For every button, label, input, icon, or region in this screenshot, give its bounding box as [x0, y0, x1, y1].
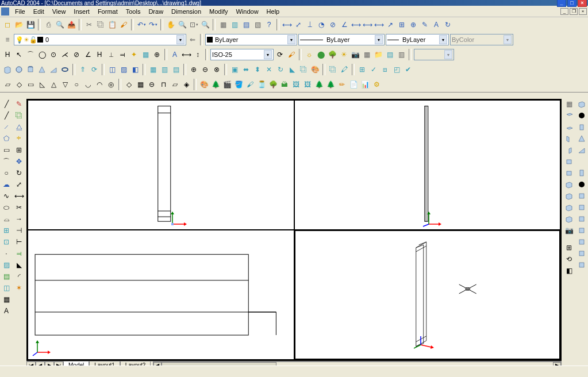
- copy-obj-icon[interactable]: ⿻: [14, 110, 24, 121]
- separate-icon[interactable]: ⧈: [380, 64, 390, 75]
- sphere-icon[interactable]: [14, 64, 24, 75]
- edgesurf-icon[interactable]: ◈: [181, 79, 191, 90]
- brush-icon[interactable]: 🖌: [245, 79, 255, 90]
- torus-solid-icon[interactable]: [577, 156, 587, 167]
- sheetset-icon[interactable]: ▧: [252, 20, 263, 30]
- bush-icon[interactable]: 🌳: [268, 79, 278, 90]
- clapboard-icon[interactable]: 🎬: [222, 79, 232, 90]
- ucs-prev-icon[interactable]: ⟲: [564, 254, 574, 264]
- extrude-solid-icon[interactable]: [577, 168, 587, 178]
- dome-icon[interactable]: ◡: [83, 79, 93, 90]
- box-icon[interactable]: [2, 64, 13, 75]
- viewport-bottom-right[interactable]: [294, 230, 561, 360]
- hatch-icon[interactable]: ▨: [1, 260, 11, 270]
- dim-jl-icon[interactable]: ⟷: [181, 49, 191, 60]
- cone-surf-icon[interactable]: ▽: [60, 79, 70, 90]
- move-icon[interactable]: ✥: [14, 156, 24, 167]
- polygon-icon[interactable]: ⬠: [1, 133, 11, 144]
- tree-icon[interactable]: 🌲: [210, 79, 221, 90]
- mapping-icon[interactable]: ▦: [362, 49, 372, 60]
- revolve-solid-icon[interactable]: [577, 179, 587, 190]
- dim-ordinate-icon[interactable]: ⟘: [305, 20, 315, 30]
- menu-format[interactable]: Format: [94, 7, 121, 16]
- union-icon[interactable]: ⊕: [189, 64, 199, 75]
- interfere-solid-icon[interactable]: [577, 214, 587, 224]
- stretch-icon[interactable]: ⟷: [14, 191, 24, 201]
- window-maximize-button[interactable]: □: [567, 0, 577, 7]
- dim-h-icon[interactable]: H: [2, 49, 13, 60]
- land-icon[interactable]: ▥: [396, 49, 406, 60]
- zoom-win-icon[interactable]: ⊡▾: [189, 20, 199, 30]
- dropdown-arrow-icon[interactable]: ▼: [439, 35, 447, 44]
- menu-view[interactable]: View: [49, 7, 70, 16]
- toolpalette-icon[interactable]: ▤: [241, 20, 251, 30]
- bg-pic-icon[interactable]: 🖼: [291, 79, 301, 90]
- render-icon[interactable]: ⬤: [316, 49, 326, 60]
- tabsurf-icon[interactable]: ⊓: [158, 79, 168, 90]
- preview-icon[interactable]: 🔍: [55, 20, 65, 30]
- pref-icon[interactable]: ⚙: [371, 79, 382, 90]
- menu-insert[interactable]: Insert: [70, 7, 93, 16]
- cone-solid-icon[interactable]: [577, 133, 587, 144]
- dim-tedit-icon[interactable]: A: [431, 20, 441, 30]
- 2dsolid-icon[interactable]: ▱: [2, 79, 13, 90]
- section-solid-icon[interactable]: [577, 202, 587, 213]
- mountain-icon[interactable]: 🏔: [279, 79, 290, 90]
- bucket-icon[interactable]: 🪣: [233, 79, 244, 90]
- cut-icon[interactable]: ✂: [84, 20, 94, 30]
- ucs-world-icon[interactable]: ⊞: [564, 243, 574, 253]
- break-icon[interactable]: ⊢: [14, 237, 24, 247]
- line-icon[interactable]: ╱: [1, 99, 11, 109]
- copy-edge-icon[interactable]: ⿻: [328, 64, 338, 75]
- copy-face-icon[interactable]: ⿻: [298, 64, 309, 75]
- setup-d-icon[interactable]: [577, 237, 587, 247]
- setup-view-icon[interactable]: ▥: [159, 64, 170, 75]
- scale-icon[interactable]: ⤢: [14, 179, 24, 190]
- menu-window[interactable]: Window: [232, 7, 262, 16]
- properties-icon[interactable]: ▦: [218, 20, 228, 30]
- right-view-icon[interactable]: [564, 145, 574, 155]
- ucs-face-icon[interactable]: ◧: [564, 266, 574, 276]
- rectangle-icon[interactable]: ▭: [1, 145, 11, 155]
- region-icon[interactable]: ◫: [1, 283, 11, 293]
- torus-icon[interactable]: [60, 64, 70, 75]
- dim-br-icon[interactable]: ▦: [140, 49, 151, 60]
- viewport-bottom-left[interactable]: [28, 230, 294, 360]
- cylinder-icon[interactable]: [25, 64, 36, 75]
- dim-rad-icon[interactable]: ⊙: [48, 49, 59, 60]
- doc-icon[interactable]: 📄: [348, 79, 359, 90]
- back-view-icon[interactable]: [564, 168, 574, 178]
- dim-diameter-icon[interactable]: ⊘: [328, 20, 338, 30]
- dim-base-icon[interactable]: ⟂: [106, 49, 116, 60]
- doc-close-button[interactable]: ×: [579, 8, 587, 15]
- 3dmesh-icon[interactable]: ▦: [135, 79, 145, 90]
- dim-update-icon[interactable]: ↻: [443, 20, 453, 30]
- lineweight-combo[interactable]: ByLayer ▼: [386, 34, 449, 45]
- dim-jog-icon[interactable]: ⋌: [60, 49, 70, 60]
- clean-icon[interactable]: ✓: [368, 64, 379, 75]
- se-iso-icon[interactable]: [564, 191, 574, 201]
- move-face-icon[interactable]: ⬌: [241, 64, 251, 75]
- dimstyle-combo[interactable]: ISO-25 ▼: [210, 49, 274, 60]
- setup-p-icon[interactable]: [577, 260, 587, 270]
- subtract-icon[interactable]: ⊖: [200, 64, 210, 75]
- spline-icon[interactable]: ∿: [1, 191, 11, 201]
- doc-minimize-button[interactable]: _: [560, 8, 568, 15]
- setup-v-icon[interactable]: [577, 248, 587, 259]
- dim-dia-icon[interactable]: ⊘: [71, 49, 82, 60]
- wedge-solid-icon[interactable]: [577, 145, 587, 155]
- gradient-icon[interactable]: ▤: [1, 271, 11, 282]
- rotate-face-icon[interactable]: ↻: [275, 64, 286, 75]
- cone-icon[interactable]: [37, 64, 47, 75]
- light-icon[interactable]: ☀: [339, 49, 349, 60]
- pline-icon[interactable]: ⟋: [1, 122, 11, 132]
- cyl-solid-icon[interactable]: [577, 122, 587, 132]
- front-view-icon[interactable]: [564, 156, 574, 167]
- dim-sty-icon[interactable]: 🖌: [286, 49, 297, 60]
- dim-q-icon[interactable]: H: [94, 49, 105, 60]
- matchprop-icon[interactable]: 🖌: [118, 20, 129, 30]
- bottom-view-icon[interactable]: [564, 122, 574, 132]
- color-edge-icon[interactable]: 🖍: [339, 64, 349, 75]
- dropdown-arrow-icon[interactable]: ▼: [176, 35, 185, 44]
- tolerance-icon[interactable]: ⊞: [397, 20, 407, 30]
